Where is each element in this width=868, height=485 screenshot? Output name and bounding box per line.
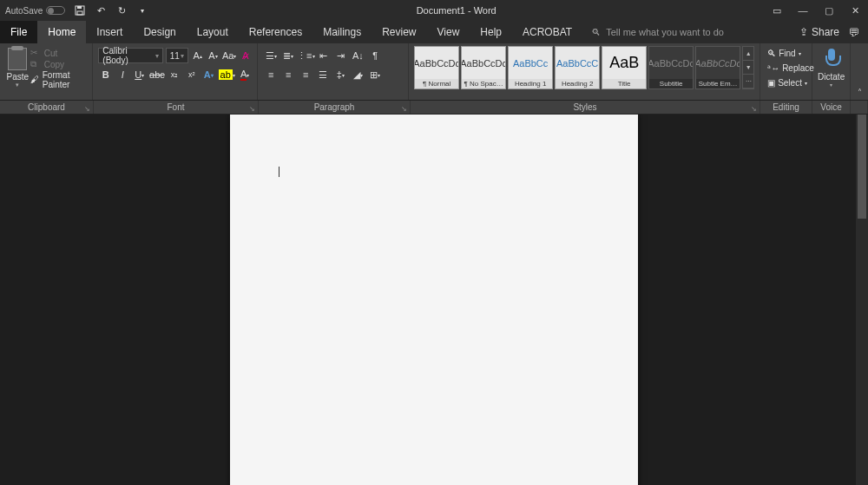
minimize-button[interactable]: — — [790, 0, 816, 21]
redo-icon[interactable]: ↻ — [115, 4, 128, 16]
style-nospacing[interactable]: AaBbCcDc ¶ No Spac… — [461, 46, 506, 89]
qat-customize-icon[interactable]: ▾ — [136, 4, 148, 16]
launcher-icon[interactable]: ↘ — [751, 105, 757, 113]
style-title[interactable]: AaB Title — [602, 46, 647, 89]
scissors-icon: ✂︎ — [30, 48, 41, 58]
decrease-indent-button[interactable]: ⇤ — [315, 48, 331, 63]
numbering-button[interactable]: ≣▾ — [280, 48, 296, 63]
comments-icon[interactable]: 💬︎ — [848, 26, 859, 39]
subscript-button[interactable]: x₂ — [168, 67, 182, 82]
tab-home[interactable]: Home — [37, 21, 86, 43]
tell-me-placeholder: Tell me what you want to do — [606, 27, 724, 37]
launcher-icon[interactable]: ↘ — [401, 105, 407, 113]
copy-button: ⧉ Copy — [30, 59, 88, 69]
tab-review[interactable]: Review — [372, 21, 426, 43]
tab-layout[interactable]: Layout — [187, 21, 239, 43]
line-spacing-button[interactable]: ‡▾ — [332, 67, 348, 82]
ribbon: Paste ▾ ✂︎ Cut ⧉ Copy 🖌︎ Format Painter — [0, 43, 868, 101]
undo-icon[interactable]: ↶ — [95, 4, 107, 16]
tab-insert[interactable]: Insert — [86, 21, 133, 43]
increase-indent-button[interactable]: ⇥ — [332, 48, 348, 63]
justify-button[interactable]: ☰ — [315, 67, 331, 82]
show-marks-button[interactable]: ¶ — [367, 48, 383, 63]
voice-group-label: Voice — [812, 101, 851, 114]
shading-button[interactable]: ◢▾ — [350, 67, 365, 82]
autosave-toggle[interactable]: AutoSave — [5, 6, 65, 16]
grow-font-button[interactable]: A▴ — [191, 48, 204, 63]
tab-help[interactable]: Help — [470, 21, 512, 43]
style-heading1[interactable]: AaBbCc Heading 1 — [508, 46, 553, 89]
shrink-font-button[interactable]: A▾ — [207, 48, 220, 63]
font-name-combo[interactable]: Calibri (Body)▾ — [98, 48, 162, 63]
document-canvas[interactable] — [0, 115, 868, 485]
launcher-icon[interactable]: ↘ — [84, 105, 90, 113]
vertical-scrollbar[interactable] — [856, 115, 868, 485]
format-painter-button[interactable]: 🖌︎ Format Painter — [30, 70, 88, 89]
autosave-label: AutoSave — [5, 6, 43, 16]
ribbon-tabs: File Home Insert Design Layout Reference… — [0, 21, 868, 43]
borders-button[interactable]: ⊞▾ — [367, 67, 383, 82]
ribbon-group-labels: Clipboard↘ Font↘ Paragraph↘ Styles↘ Edit… — [0, 101, 868, 115]
align-right-button[interactable]: ≡ — [298, 67, 313, 82]
save-icon[interactable] — [74, 4, 86, 16]
share-button[interactable]: ⇪ Share — [799, 26, 839, 38]
dictate-button[interactable]: Dictate ▾ — [818, 47, 845, 88]
replace-button[interactable]: ᵃ↔ Replace — [766, 61, 806, 75]
highlight-button[interactable]: ab▾ — [219, 67, 235, 82]
share-label: Share — [812, 26, 839, 38]
select-icon: ▣ — [767, 78, 775, 88]
tab-mailings[interactable]: Mailings — [312, 21, 372, 43]
ribbon-display-button[interactable]: ▭ — [764, 0, 790, 21]
group-clipboard: Paste ▾ ✂︎ Cut ⧉ Copy 🖌︎ Format Painter — [0, 43, 93, 100]
tell-me-search[interactable]: 🔍︎ Tell me what you want to do — [582, 21, 733, 43]
group-voice: Dictate ▾ — [812, 43, 851, 100]
styles-up-icon[interactable]: ▲ — [743, 47, 753, 61]
copy-icon: ⧉ — [30, 59, 41, 69]
style-normal[interactable]: AaBbCcDc ¶ Normal — [414, 46, 459, 89]
tab-view[interactable]: View — [427, 21, 470, 43]
paste-label: Paste — [7, 72, 30, 82]
cut-button: ✂︎ Cut — [30, 48, 88, 58]
font-color-button[interactable]: A▾ — [238, 67, 253, 82]
underline-button[interactable]: U▾ — [132, 67, 147, 82]
styles-gallery-nav[interactable]: ▲ ▼ ⋯ — [742, 46, 754, 89]
superscript-button[interactable]: x² — [184, 67, 199, 82]
style-subtitle[interactable]: AaBbCcDc Subtitle — [648, 46, 694, 89]
align-left-button[interactable]: ≡ — [263, 67, 279, 82]
paste-button[interactable]: Paste ▾ — [5, 46, 30, 89]
font-group-label: Font↘ — [94, 101, 259, 114]
scrollbar-thumb[interactable] — [858, 115, 866, 219]
bullets-button[interactable]: ☰▾ — [263, 48, 279, 63]
sort-button[interactable]: A↓ — [350, 48, 365, 63]
align-center-button[interactable]: ≡ — [280, 67, 296, 82]
launcher-icon[interactable]: ↘ — [249, 105, 255, 113]
styles-down-icon[interactable]: ▼ — [743, 61, 753, 75]
strikethrough-button[interactable]: abc — [149, 67, 165, 82]
text-cursor — [279, 167, 279, 177]
find-button[interactable]: 🔍︎ Find ▾ — [766, 46, 806, 61]
tab-references[interactable]: References — [239, 21, 312, 43]
bold-button[interactable]: B — [98, 67, 113, 82]
multilevel-list-button[interactable]: ⋮≡▾ — [298, 48, 313, 63]
search-icon: 🔍︎ — [591, 27, 601, 37]
editing-group-label: Editing — [760, 101, 812, 114]
styles-more-icon[interactable]: ⋯ — [743, 75, 753, 88]
tab-design[interactable]: Design — [133, 21, 186, 43]
group-styles: AaBbCcDc ¶ Normal AaBbCcDc ¶ No Spac… Aa… — [409, 43, 760, 100]
maximize-button[interactable]: ▢ — [816, 0, 842, 21]
close-button[interactable]: ✕ — [842, 0, 868, 21]
change-case-button[interactable]: Aa▾ — [222, 48, 236, 63]
group-editing: 🔍︎ Find ▾ ᵃ↔ Replace ▣ Select ▾ — [760, 43, 812, 100]
text-effects-button[interactable]: A▾ — [201, 67, 216, 82]
style-subtle-emphasis[interactable]: AaBbCcDc Subtle Em… — [695, 46, 740, 89]
style-heading2[interactable]: AaBbCcC Heading 2 — [555, 46, 600, 89]
document-page[interactable] — [230, 115, 638, 485]
tab-file[interactable]: File — [0, 21, 37, 43]
collapse-ribbon-button[interactable]: ˄ — [851, 43, 868, 100]
group-font: Calibri (Body)▾ 11▾ A▴ A▾ Aa▾ A̷ B I U▾ … — [93, 43, 258, 100]
clear-formatting-button[interactable]: A̷ — [239, 48, 252, 63]
tab-acrobat[interactable]: ACROBAT — [512, 21, 582, 43]
font-size-combo[interactable]: 11▾ — [166, 48, 189, 63]
select-button[interactable]: ▣ Select ▾ — [766, 75, 806, 90]
italic-button[interactable]: I — [115, 67, 130, 82]
